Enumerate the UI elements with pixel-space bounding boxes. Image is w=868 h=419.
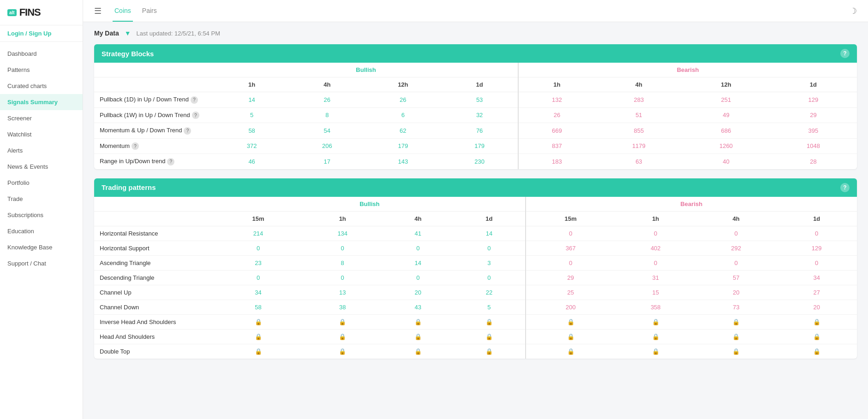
bullish-val[interactable]: 22 <box>453 285 526 300</box>
sidebar-item-dashboard[interactable]: Dashboard <box>0 46 83 62</box>
bearish-val[interactable]: 57 <box>696 270 776 285</box>
bearish-val[interactable]: 292 <box>696 241 776 255</box>
sidebar-item-trade[interactable]: Trade <box>0 191 83 207</box>
bullish-val[interactable]: 17 <box>289 154 365 169</box>
bullish-val[interactable]: 53 <box>441 92 518 108</box>
bullish-val[interactable]: 143 <box>365 154 441 169</box>
bullish-val[interactable]: 13 <box>302 285 383 300</box>
bullish-val[interactable]: 0 <box>214 270 302 285</box>
bearish-val[interactable]: 25 <box>526 285 616 300</box>
bullish-val[interactable]: 230 <box>441 154 518 169</box>
bearish-val[interactable]: 367 <box>526 241 616 255</box>
bullish-val[interactable]: 134 <box>302 226 383 241</box>
strategy-blocks-help-icon[interactable]: ? <box>840 49 850 58</box>
bullish-val[interactable]: 14 <box>453 226 526 241</box>
bullish-val[interactable]: 6 <box>365 107 441 123</box>
bearish-val[interactable]: 1048 <box>770 138 857 154</box>
filter-icon[interactable]: ▼ <box>125 30 131 37</box>
bullish-val[interactable]: 54 <box>289 123 365 139</box>
dark-mode-toggle[interactable]: ☽ <box>850 6 857 16</box>
bearish-val[interactable]: 0 <box>696 226 776 241</box>
bearish-val[interactable]: 402 <box>616 241 696 255</box>
bullish-val[interactable]: 0 <box>453 241 526 255</box>
login-signup-button[interactable]: Login / Sign Up <box>0 25 83 42</box>
bullish-val[interactable]: 0 <box>214 241 302 255</box>
bearish-val[interactable]: 183 <box>518 154 595 169</box>
sidebar-item-portfolio[interactable]: Portfolio <box>0 175 83 191</box>
bullish-val[interactable]: 179 <box>365 138 441 154</box>
bearish-val[interactable]: 49 <box>682 107 770 123</box>
bullish-val[interactable]: 0 <box>453 270 526 285</box>
bullish-val[interactable]: 14 <box>383 255 453 270</box>
sidebar-item-support-chat[interactable]: Support / Chat <box>0 255 83 271</box>
sidebar-item-patterns[interactable]: Patterns <box>0 62 83 78</box>
bearish-val[interactable]: 26 <box>518 107 595 123</box>
bullish-val[interactable]: 179 <box>441 138 518 154</box>
bullish-val[interactable]: 41 <box>383 226 453 241</box>
bullish-val[interactable]: 8 <box>302 255 383 270</box>
bullish-val[interactable]: 34 <box>214 285 302 300</box>
bearish-val[interactable]: 1260 <box>682 138 770 154</box>
bearish-val[interactable]: 20 <box>776 300 857 314</box>
bullish-val[interactable]: 20 <box>383 285 453 300</box>
bullish-val[interactable]: 76 <box>441 123 518 139</box>
sidebar-item-subscriptions[interactable]: Subscriptions <box>0 207 83 223</box>
bullish-val[interactable]: 58 <box>214 123 289 139</box>
sidebar-item-news-events[interactable]: News & Events <box>0 159 83 175</box>
bullish-val[interactable]: 14 <box>214 92 289 108</box>
bullish-val[interactable]: 214 <box>214 226 302 241</box>
bullish-val[interactable]: 32 <box>441 107 518 123</box>
bullish-val[interactable]: 46 <box>214 154 289 169</box>
bearish-val[interactable]: 251 <box>682 92 770 108</box>
bearish-val[interactable]: 20 <box>696 285 776 300</box>
bearish-val[interactable]: 395 <box>770 123 857 139</box>
bullish-val[interactable]: 26 <box>365 92 441 108</box>
row-help-icon[interactable]: ? <box>192 112 199 119</box>
bearish-val[interactable]: 29 <box>770 107 857 123</box>
bearish-val[interactable]: 0 <box>696 255 776 270</box>
sidebar-item-watchlist[interactable]: Watchlist <box>0 126 83 142</box>
bullish-val[interactable]: 62 <box>365 123 441 139</box>
bearish-val[interactable]: 0 <box>616 255 696 270</box>
bearish-val[interactable]: 0 <box>776 226 857 241</box>
bullish-val[interactable]: 206 <box>289 138 365 154</box>
bearish-val[interactable]: 51 <box>595 107 682 123</box>
row-help-icon[interactable]: ? <box>184 127 191 135</box>
sidebar-item-alerts[interactable]: Alerts <box>0 142 83 159</box>
sidebar-item-signals-summary[interactable]: Signals Summary <box>0 94 83 110</box>
sidebar-item-curated-charts[interactable]: Curated charts <box>0 78 83 94</box>
bullish-val[interactable]: 23 <box>214 255 302 270</box>
bearish-val[interactable]: 27 <box>776 285 857 300</box>
bearish-val[interactable]: 686 <box>682 123 770 139</box>
trading-patterns-help-icon[interactable]: ? <box>840 183 850 192</box>
bearish-val[interactable]: 0 <box>616 226 696 241</box>
bearish-val[interactable]: 31 <box>616 270 696 285</box>
bullish-val[interactable]: 8 <box>289 107 365 123</box>
bearish-val[interactable]: 837 <box>518 138 595 154</box>
bearish-val[interactable]: 73 <box>696 300 776 314</box>
sidebar-item-screener[interactable]: Screener <box>0 110 83 126</box>
bearish-val[interactable]: 1179 <box>595 138 682 154</box>
bullish-val[interactable]: 26 <box>289 92 365 108</box>
bearish-val[interactable]: 855 <box>595 123 682 139</box>
bearish-val[interactable]: 63 <box>595 154 682 169</box>
bullish-val[interactable]: 0 <box>302 270 383 285</box>
bearish-val[interactable]: 669 <box>518 123 595 139</box>
bullish-val[interactable]: 38 <box>302 300 383 314</box>
row-help-icon[interactable]: ? <box>167 158 174 165</box>
bearish-val[interactable]: 283 <box>595 92 682 108</box>
bearish-val[interactable]: 132 <box>518 92 595 108</box>
bullish-val[interactable]: 0 <box>383 241 453 255</box>
bearish-val[interactable]: 28 <box>770 154 857 169</box>
bullish-val[interactable]: 3 <box>453 255 526 270</box>
bearish-val[interactable]: 15 <box>616 285 696 300</box>
bullish-val[interactable]: 58 <box>214 300 302 314</box>
bearish-val[interactable]: 34 <box>776 270 857 285</box>
bullish-val[interactable]: 372 <box>214 138 289 154</box>
bullish-val[interactable]: 5 <box>453 300 526 314</box>
bullish-val[interactable]: 43 <box>383 300 453 314</box>
bullish-val[interactable]: 5 <box>214 107 289 123</box>
bearish-val[interactable]: 40 <box>682 154 770 169</box>
sidebar-item-knowledge-base[interactable]: Knowledge Base <box>0 239 83 255</box>
bearish-val[interactable]: 0 <box>526 226 616 241</box>
